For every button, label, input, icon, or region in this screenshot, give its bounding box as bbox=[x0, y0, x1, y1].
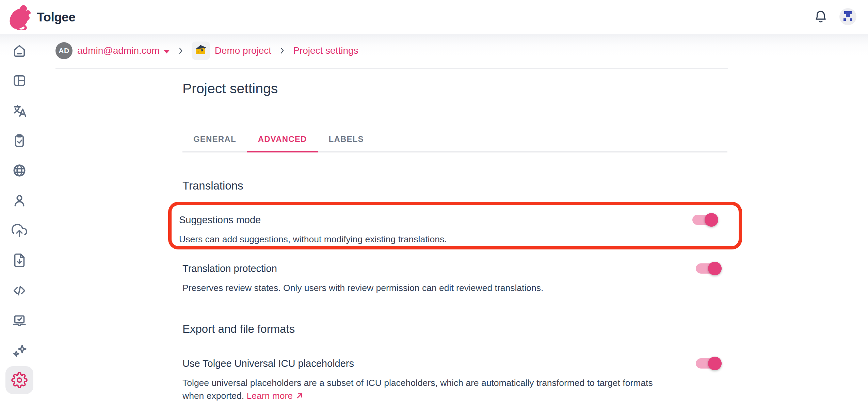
top-bar: Tolgee bbox=[0, 0, 868, 34]
home-icon bbox=[5, 37, 33, 65]
setting-translation-protection: Translation protection Preserves review … bbox=[182, 262, 722, 294]
setting-description: Users can add suggestions, without modif… bbox=[179, 233, 447, 246]
setting-icu-placeholders: Use Tolgee Universal ICU placeholders To… bbox=[182, 357, 722, 402]
globe-icon bbox=[5, 157, 33, 184]
switch-cell bbox=[696, 357, 722, 370]
switch-knob bbox=[708, 262, 722, 275]
translation-protection-toggle[interactable] bbox=[696, 262, 722, 275]
bell-icon bbox=[814, 9, 828, 25]
switch-cell bbox=[692, 213, 718, 227]
icu-placeholders-toggle[interactable] bbox=[696, 357, 722, 370]
section-heading-export: Export and file formats bbox=[182, 322, 727, 337]
sidebar-item-settings[interactable] bbox=[0, 365, 39, 395]
tabs: GENERAL ADVANCED LABELS bbox=[182, 127, 727, 152]
breadcrumb-divider bbox=[55, 68, 728, 69]
identicon-avatar-icon bbox=[839, 8, 856, 26]
setting-description: Tolgee universal placeholders are a subs… bbox=[182, 376, 676, 402]
cloud-upload-icon bbox=[5, 216, 33, 244]
setting-suggestions-mode: Suggestions mode Users can add suggestio… bbox=[179, 213, 718, 246]
sidebar-item-languages[interactable] bbox=[0, 156, 39, 185]
breadcrumb-account-label: admin@admin.com bbox=[77, 45, 160, 56]
tolgee-mouse-icon bbox=[7, 3, 31, 32]
sidebar-item-ai[interactable] bbox=[0, 335, 39, 365]
breadcrumb-account[interactable]: admin@admin.com bbox=[77, 45, 170, 56]
setting-label: Use Tolgee Universal ICU placeholders bbox=[182, 357, 676, 370]
sidebar-item-tasks[interactable] bbox=[0, 126, 39, 156]
main-area: AD admin@admin.com bbox=[39, 34, 868, 402]
gear-icon bbox=[5, 366, 33, 394]
setting-text: Suggestions mode Users can add suggestio… bbox=[179, 213, 447, 246]
logo[interactable]: Tolgee bbox=[7, 3, 76, 32]
sidebar-item-import[interactable] bbox=[0, 215, 39, 245]
sidebar-item-integrate[interactable] bbox=[0, 275, 39, 305]
switch-cell bbox=[696, 262, 722, 275]
annotation-highlight: Suggestions mode Users can add suggestio… bbox=[168, 202, 742, 249]
sidebar-item-dashboard[interactable] bbox=[0, 66, 39, 96]
caret-down-icon bbox=[163, 45, 170, 56]
code-icon bbox=[5, 276, 33, 304]
settings-content: Project settings GENERAL ADVANCED LABELS… bbox=[182, 79, 727, 402]
setting-description: Preserves review states. Only users with… bbox=[182, 281, 543, 294]
account-avatar: AD bbox=[55, 42, 73, 59]
dashboard-icon bbox=[5, 67, 33, 95]
notifications-button[interactable] bbox=[812, 8, 829, 27]
sidebar-item-developer[interactable] bbox=[0, 305, 39, 335]
setting-label: Suggestions mode bbox=[179, 213, 447, 227]
sidebar-item-home[interactable] bbox=[0, 36, 39, 66]
sparkles-icon bbox=[5, 336, 33, 364]
external-link-arrow-icon bbox=[293, 391, 304, 401]
tab-advanced[interactable]: ADVANCED bbox=[247, 127, 318, 151]
switch-knob bbox=[705, 213, 718, 227]
setting-text: Translation protection Preserves review … bbox=[182, 262, 543, 294]
user-icon bbox=[5, 186, 33, 214]
project-avatar bbox=[192, 42, 210, 60]
setting-label: Translation protection bbox=[182, 262, 543, 275]
sidebar-item-translations[interactable] bbox=[0, 96, 39, 126]
sidebar-item-members[interactable] bbox=[0, 185, 39, 215]
suggestions-mode-toggle[interactable] bbox=[692, 213, 718, 227]
breadcrumb-page[interactable]: Project settings bbox=[293, 45, 358, 56]
tab-labels[interactable]: LABELS bbox=[318, 127, 375, 151]
breadcrumb: AD admin@admin.com bbox=[55, 42, 868, 60]
top-actions bbox=[812, 7, 858, 28]
page-title: Project settings bbox=[182, 79, 727, 98]
section-heading-translations: Translations bbox=[182, 178, 727, 193]
user-menu-button[interactable] bbox=[838, 7, 858, 28]
chevron-right-icon bbox=[278, 46, 287, 55]
file-download-icon bbox=[5, 246, 33, 274]
switch-knob bbox=[708, 357, 722, 370]
breadcrumb-project[interactable]: Demo project bbox=[215, 45, 272, 56]
laptop-check-icon bbox=[5, 306, 33, 334]
sidebar bbox=[0, 34, 39, 407]
cheese-icon bbox=[194, 44, 207, 58]
tab-general[interactable]: GENERAL bbox=[182, 127, 247, 151]
logo-text: Tolgee bbox=[37, 10, 76, 25]
chevron-right-icon bbox=[176, 46, 185, 55]
learn-more-link[interactable]: Learn more bbox=[247, 391, 304, 401]
tasks-icon bbox=[5, 127, 33, 154]
translate-icon bbox=[5, 97, 33, 125]
setting-text: Use Tolgee Universal ICU placeholders To… bbox=[182, 357, 676, 402]
sidebar-item-export[interactable] bbox=[0, 245, 39, 275]
